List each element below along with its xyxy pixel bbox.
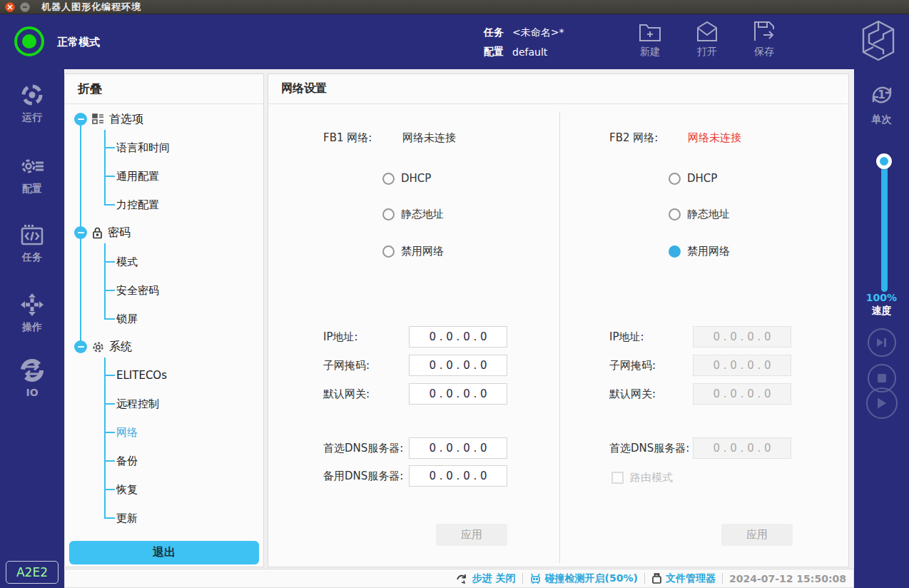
fb1-mask-input[interactable]: [409, 355, 507, 376]
config-label: 配置: [484, 46, 504, 59]
radio-icon[interactable]: [382, 245, 395, 258]
radio-icon[interactable]: [669, 208, 681, 220]
page-title: 网络设置: [268, 74, 848, 104]
tree-item-force-config[interactable]: 力控配置: [104, 194, 159, 216]
settings-tree: 首选项 语言和时间 通用配置 力控配置 密码 模式 安全密码 锁屏: [65, 74, 263, 567]
nav-run[interactable]: 运行: [0, 82, 64, 124]
fb1-dns2-input[interactable]: [409, 465, 507, 487]
step-mode-status[interactable]: 步进 关闭: [456, 572, 516, 585]
fb1-gateway-row: 默认网关:: [323, 383, 507, 405]
gear-list-icon: [19, 153, 46, 179]
run-mode-label: 单次: [872, 113, 892, 126]
window-titlebar: 机器人图形化编程环境: [0, 0, 909, 14]
fb1-ip-row: IP地址:: [323, 326, 507, 348]
fb2-status-row: FB2 网络: 网络未连接: [609, 126, 741, 150]
radio-selected-icon[interactable]: [669, 245, 681, 258]
tree-group-password[interactable]: 密码: [74, 220, 131, 245]
collapse-node-icon[interactable]: [74, 340, 87, 353]
settings-tree-panel: 折叠 首选项 语言和时间 通用配置 力控配置: [64, 74, 264, 567]
tree-group-system[interactable]: 系统: [74, 334, 132, 360]
tree-item-remote-control[interactable]: 远程控制: [104, 393, 159, 415]
fb2-radio-disable[interactable]: 禁用网络: [669, 239, 730, 263]
fb1-gateway-input[interactable]: [409, 383, 507, 405]
radio-icon[interactable]: [382, 173, 395, 185]
brand-logo-icon: [859, 19, 898, 66]
tree-item-safety-password[interactable]: 安全密码: [104, 280, 159, 301]
fb1-radio-disable[interactable]: 禁用网络: [382, 239, 444, 263]
fb2-dns1-row: 首选DNS服务器:: [609, 437, 791, 459]
preferences-blocks-icon: [92, 113, 104, 125]
new-task-button[interactable]: 新建: [629, 20, 671, 59]
fb1-apply-button[interactable]: 应用: [436, 524, 507, 546]
save-task-button[interactable]: 保存: [743, 20, 785, 59]
file-manager-button[interactable]: 文件管理器: [651, 572, 716, 585]
task-label: 任务: [484, 26, 504, 39]
speed-slider-handle[interactable]: [876, 153, 892, 169]
column-divider: [559, 111, 560, 563]
io-arrows-icon: [19, 358, 45, 383]
move-arrows-icon: [19, 292, 45, 318]
window-close-button[interactable]: [5, 2, 15, 12]
nav-operate[interactable]: 操作: [0, 292, 64, 334]
radio-icon[interactable]: [669, 173, 681, 185]
fb2-apply-button[interactable]: 应用: [721, 524, 793, 546]
left-nav-rail: 运行 配置 任务: [0, 69, 64, 588]
fb2-ip-input: [693, 326, 791, 348]
collision-detection-status[interactable]: 碰撞检测开启(50%): [529, 572, 638, 585]
tree-item-restore[interactable]: 恢复: [104, 479, 138, 500]
step-forward-button[interactable]: [868, 328, 896, 357]
speed-percent: 100%: [854, 292, 909, 303]
new-folder-icon: [638, 20, 662, 43]
fb2-gateway-row: 默认网关:: [609, 383, 791, 405]
tree-item-mode[interactable]: 模式: [104, 251, 138, 273]
system-gear-icon: [92, 341, 104, 353]
run-mode-toggle[interactable]: 1 单次: [854, 79, 909, 126]
status-timestamp: 2024-07-12 15:50:08: [729, 573, 846, 584]
fb2-mask-row: 子网掩码:: [609, 355, 791, 376]
step-arrow-icon: [456, 573, 469, 584]
fb1-ip-input[interactable]: [409, 326, 507, 348]
radio-icon[interactable]: [382, 208, 395, 220]
window-minimize-button[interactable]: [20, 2, 30, 12]
nav-task[interactable]: 任务: [0, 223, 64, 264]
tree-item-elitecos[interactable]: ELITECOs: [104, 365, 167, 386]
exit-button[interactable]: 退出: [69, 541, 259, 564]
tree-group-preferences[interactable]: 首选项: [74, 106, 143, 132]
fb2-router-mode-row: 路由模式: [611, 467, 673, 488]
mode-label: 正常模式: [57, 36, 100, 49]
right-control-rail: 1 单次 100% 速度: [854, 69, 909, 588]
robot-icon: [529, 572, 542, 584]
speed-slider[interactable]: [881, 156, 888, 292]
fb1-radio-dhcp[interactable]: DHCP: [382, 166, 431, 191]
fb1-radio-static[interactable]: 静态地址: [382, 202, 444, 226]
tree-item-backup[interactable]: 备份: [104, 450, 138, 472]
tree-item-general-config[interactable]: 通用配置: [104, 166, 159, 187]
mode-indicator-icon[interactable]: [14, 26, 44, 56]
tree-item-lock-screen[interactable]: 锁屏: [104, 308, 138, 330]
tree-item-update[interactable]: 更新: [104, 507, 138, 529]
config-value: default: [512, 46, 547, 58]
fb2-radio-static[interactable]: 静态地址: [669, 202, 730, 226]
robot-badge-button[interactable]: A2E2: [6, 561, 59, 584]
fb1-dns2-row: 备用DNS服务器:: [323, 465, 507, 487]
open-task-button[interactable]: 打开: [686, 20, 728, 59]
tree-item-language-time[interactable]: 语言和时间: [104, 137, 170, 158]
play-icon: [876, 397, 888, 410]
nav-config[interactable]: 配置: [0, 153, 64, 196]
network-settings-panel: 网络设置 FB1 网络: 网络未连接 DHCP 静态地址 禁用网络 IP地址: …: [268, 74, 849, 567]
code-window-icon: [19, 223, 45, 248]
window-title: 机器人图形化编程环境: [41, 1, 141, 14]
nav-io[interactable]: IO: [0, 358, 64, 398]
play-button[interactable]: [866, 387, 898, 419]
fb2-ip-row: IP地址:: [609, 326, 791, 348]
fb1-status-row: FB1 网络: 网络未连接: [323, 126, 456, 150]
collapse-node-icon[interactable]: [74, 226, 87, 239]
collapse-node-icon[interactable]: [74, 113, 87, 126]
router-mode-checkbox: [611, 472, 624, 484]
fb2-radio-dhcp[interactable]: DHCP: [669, 166, 717, 191]
fb1-dns1-input[interactable]: [409, 437, 507, 459]
tree-item-network[interactable]: 网络: [104, 422, 138, 443]
usb-drive-icon: [651, 572, 662, 584]
app-header: 正常模式 任务 <未命名>* 配置 default 新建 打开: [0, 14, 909, 69]
run-icon: [19, 82, 45, 108]
